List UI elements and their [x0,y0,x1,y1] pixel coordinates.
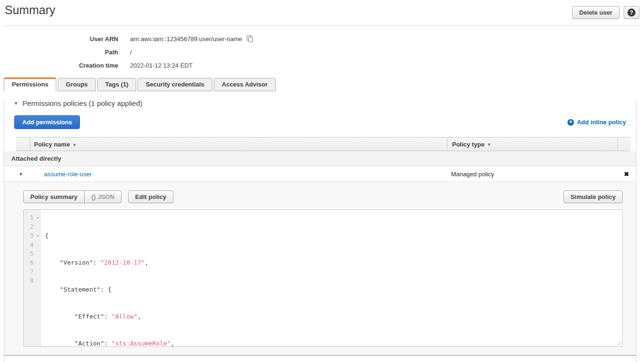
policy-table-row: ▾ assume-role-user Managed policy ✖ [4,166,636,182]
tab-permissions[interactable]: Permissions [4,78,56,92]
expander-column-header [16,138,30,151]
sort-caret-icon: ▾ [73,142,76,147]
action-column-header [618,138,631,151]
permissions-policies-section-toggle[interactable]: ▾ Permissions policies (1 policy applied… [15,99,636,107]
user-arn-label: User ARN [0,35,118,43]
section-collapse-icon: ▾ [15,101,17,106]
code-line: "Version": "2012-10-17", [45,258,622,267]
policy-type-column-header[interactable]: Policy type▾ [447,138,618,151]
policy-table-header: Policy name▾ Policy type▾ [16,137,631,151]
attached-directly-group-row: Attached directly [4,151,636,166]
info-row-path: Path / [0,45,644,59]
policy-type-cell: Managed policy [446,171,617,178]
code-line: "Statement": { [45,285,622,294]
policy-detail-expanded-area: Policy summary {} JSON Edit policy Simul… [4,182,636,356]
tab-tags[interactable]: Tags (1) [97,78,137,91]
info-row-user-arn: User ARN arn:aws:iam::123456789:user/use… [0,32,644,45]
code-line: "Action": "sts:AssumeRole", [45,339,622,348]
tab-groups[interactable]: Groups [58,78,96,91]
add-inline-policy-link[interactable]: + Add inline policy [567,119,626,126]
editor-gutter: 1▾ 2 3▾ 4 5 6 7 8 [24,210,41,346]
tab-access-advisor[interactable]: Access Advisor [214,78,276,91]
path-label: Path [0,49,118,56]
code-fold-icon[interactable]: ▾ [37,214,39,223]
copy-icon[interactable] [247,35,253,42]
row-expander-icon[interactable]: ▾ [4,171,37,177]
sort-caret-icon: ▾ [488,142,490,147]
path-value: / [130,49,132,56]
permissions-policies-title: Permissions policies (1 policy applied) [23,99,142,107]
editor-code-area[interactable]: { "Version": "2012-10-17", "Statement": … [41,210,622,346]
user-info-section: User ARN arn:aws:iam::123456789:user/use… [0,32,644,72]
creation-time-label: Creation time [0,62,118,69]
code-fold-icon[interactable]: ▾ [37,232,39,241]
policy-detail-buttons: Policy summary {} JSON Edit policy Simul… [23,190,623,203]
page-title: Summary [5,3,55,17]
detach-policy-icon[interactable]: ✖ [617,171,636,178]
delete-user-button[interactable]: Delete user [572,6,619,19]
permissions-tab-panel: ▾ Permissions policies (1 policy applied… [4,99,636,362]
policy-name-link[interactable]: assume-role-user [44,171,92,178]
policies-toolbar: Add permissions + Add inline policy [14,115,626,129]
policy-name-column-header[interactable]: Policy name▾ [30,141,447,148]
plus-icon: + [567,119,574,126]
json-view-button[interactable]: {} JSON [84,190,122,203]
simulate-policy-button[interactable]: Simulate policy [564,190,623,203]
tab-security-credentials[interactable]: Security credentials [138,78,212,91]
code-line: { [45,231,622,240]
policy-summary-button[interactable]: Policy summary [23,190,85,203]
tab-bar: Permissions Groups Tags (1) Security cre… [4,77,644,91]
help-button[interactable]: ? [624,6,639,19]
policy-json-editor: 1▾ 2 3▾ 4 5 6 7 8 { "Version": "2012-10-… [23,209,623,347]
code-line: "Effect": "Allow", [45,312,622,321]
add-permissions-button[interactable]: Add permissions [14,115,80,129]
policy-view-switch: Policy summary {} JSON [23,190,122,203]
user-arn-value: arn:aws:iam::123456789:user/user-name [130,35,242,43]
edit-policy-button[interactable]: Edit policy [128,190,174,203]
info-row-creation-time: Creation time 2022-01-12 13:24 EDT [0,59,644,72]
help-icon: ? [627,9,635,17]
creation-time-value: 2022-01-12 13:24 EDT [130,62,192,69]
header-actions: Delete user ? [572,6,639,19]
page-header: Summary Delete user ? [4,0,640,26]
